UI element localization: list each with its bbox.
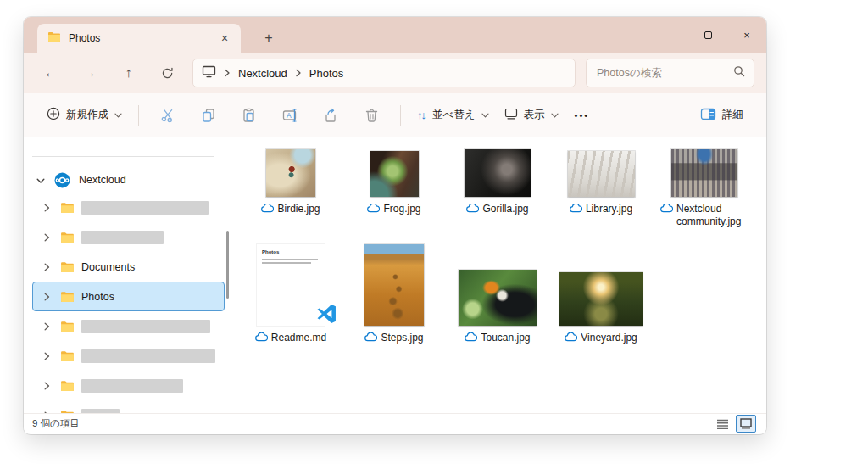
sidebar-item-photos[interactable]: Photos: [32, 282, 225, 311]
thumbnail-view-button[interactable]: [736, 415, 756, 433]
sort-button[interactable]: ↑↓ 並べ替え: [409, 102, 497, 128]
folder-icon: [47, 31, 61, 46]
up-button[interactable]: ↑: [115, 59, 142, 87]
file-item-library[interactable]: Library.jpg: [549, 149, 653, 238]
file-item-birdie[interactable]: Birdie.jpg: [239, 149, 342, 238]
thumbnail-view-icon: [740, 418, 752, 429]
maximize-button[interactable]: [688, 17, 727, 53]
file-item-gorilla[interactable]: Gorilla.jpg: [446, 149, 549, 238]
sidebar-tree: Documents Photos: [24, 193, 261, 413]
chevron-right-icon[interactable]: [44, 319, 50, 334]
chevron-right-icon[interactable]: [44, 378, 50, 394]
navigation-pane: Nextcloud: [24, 137, 261, 413]
file-item-toucan[interactable]: Toucan.jpg: [446, 238, 549, 344]
folder-icon: [60, 261, 75, 273]
chevron-down-icon: [551, 113, 559, 118]
toucan-thumbnail: [459, 270, 537, 326]
tab-photos[interactable]: Photos ×: [37, 24, 241, 53]
folder-icon: [60, 232, 75, 243]
redacted-label-bar: [81, 231, 164, 244]
steps-thumbnail: [364, 244, 424, 326]
file-name: Vineyard.jpg: [581, 332, 637, 344]
delete-button[interactable]: [351, 100, 392, 131]
list-view-button[interactable]: [716, 419, 729, 429]
chevron-right-icon[interactable]: [44, 260, 50, 275]
breadcrumb-photos[interactable]: Photos: [309, 67, 343, 80]
minimize-button[interactable]: –: [649, 17, 688, 53]
share-button[interactable]: [310, 100, 351, 131]
sidebar-item-nextcloud-root[interactable]: Nextcloud: [24, 165, 261, 194]
cloud-sync-icon: [660, 204, 673, 213]
paste-button[interactable]: [229, 100, 270, 131]
desktop-canvas: Photos × + – × ← → ↑: [0, 0, 868, 475]
file-grid: Birdie.jpg Frog.jpg: [239, 137, 761, 413]
toolbar-separator: [138, 105, 139, 126]
chevron-right-icon[interactable]: [44, 289, 50, 305]
explorer-body: Nextcloud: [24, 137, 766, 413]
library-thumbnail: [568, 151, 635, 197]
details-button-label: 詳細: [722, 108, 743, 122]
chevron-right-icon[interactable]: [44, 200, 50, 215]
refresh-button[interactable]: [153, 59, 181, 87]
sidebar-item-redacted[interactable]: [32, 311, 225, 341]
chevron-right-icon[interactable]: [44, 408, 50, 414]
copy-button[interactable]: [188, 100, 229, 131]
sidebar-scrollbar[interactable]: [226, 231, 229, 299]
cloud-sync-icon: [466, 204, 479, 213]
sidebar-item-redacted[interactable]: [32, 222, 225, 252]
sidebar-item-redacted[interactable]: [32, 193, 225, 222]
redacted-label-bar: [81, 379, 183, 393]
cloud-sync-icon: [465, 332, 477, 342]
chevron-right-icon: [295, 69, 302, 77]
file-name: Gorilla.jpg: [482, 203, 528, 215]
sidebar-item-redacted[interactable]: [32, 400, 225, 413]
vineyard-thumbnail: [559, 272, 643, 326]
sidebar-divider: [32, 156, 214, 157]
readme-preview-textline: [262, 259, 318, 260]
copy-icon: [201, 108, 216, 123]
file-name: Library.jpg: [586, 203, 632, 215]
paste-icon: [242, 108, 257, 123]
address-bar[interactable]: Nextcloud Photos: [192, 59, 576, 87]
folder-icon: [60, 380, 75, 392]
tab-close-button[interactable]: ×: [215, 29, 234, 48]
readme-preview-heading: Photos: [262, 249, 279, 254]
file-name: Frog.jpg: [383, 203, 420, 215]
search-box[interactable]: [586, 59, 754, 87]
status-bar: 9 個の項目: [24, 413, 766, 433]
new-button[interactable]: 新規作成: [39, 101, 130, 129]
list-view-icon: [716, 419, 729, 429]
titlebar[interactable]: Photos × + – ×: [24, 17, 766, 53]
breadcrumb-nextcloud[interactable]: Nextcloud: [238, 67, 287, 80]
view-button[interactable]: 表示: [497, 102, 566, 128]
file-item-readme[interactable]: Photos Readme.md: [239, 238, 342, 344]
file-item-vineyard[interactable]: Vineyard.jpg: [549, 238, 653, 344]
cut-button[interactable]: [147, 100, 188, 131]
rename-button[interactable]: A: [270, 100, 310, 131]
sidebar-item-redacted[interactable]: [32, 371, 225, 400]
sidebar-root-label: Nextcloud: [79, 174, 126, 186]
details-button[interactable]: 詳細: [693, 102, 751, 129]
chevron-right-icon[interactable]: [44, 230, 50, 245]
back-button[interactable]: ←: [37, 59, 64, 87]
file-item-nextcloud-community[interactable]: Nextcloud community.jpg: [653, 149, 756, 238]
cloud-sync-icon: [255, 332, 268, 342]
sidebar-item-redacted[interactable]: [32, 341, 225, 371]
tab-title: Photos: [69, 32, 215, 44]
file-item-frog[interactable]: Frog.jpg: [342, 149, 446, 238]
cloud-sync-icon: [565, 332, 577, 342]
new-tab-button[interactable]: +: [258, 27, 280, 49]
cloud-sync-icon: [570, 204, 582, 213]
sidebar-item-documents[interactable]: Documents: [32, 252, 225, 282]
file-item-steps[interactable]: Steps.jpg: [342, 238, 446, 344]
share-icon: [323, 108, 338, 123]
community-thumbnail: [671, 149, 737, 197]
search-input[interactable]: [597, 67, 733, 79]
sort-arrows-icon: ↑↓: [417, 109, 425, 121]
more-options-button[interactable]: •••: [566, 104, 598, 126]
close-button[interactable]: ×: [727, 17, 766, 53]
folder-icon: [60, 202, 75, 214]
chevron-down-icon: [36, 172, 45, 187]
forward-button[interactable]: →: [76, 59, 103, 87]
chevron-right-icon[interactable]: [44, 349, 50, 364]
